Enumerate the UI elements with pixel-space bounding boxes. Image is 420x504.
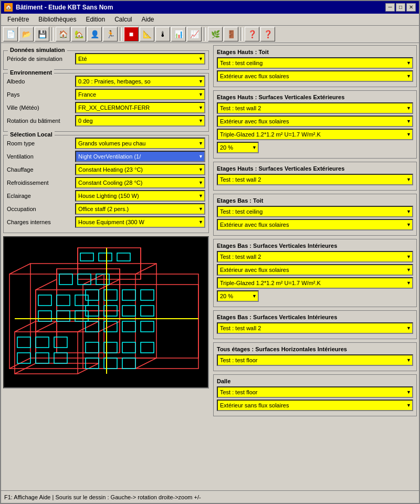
etages-bas-svi2-section: Etages Bas : Surfaces Verticales Intérie… (213, 310, 417, 339)
occupation-row: Occupation Office staff (2 pers.) (7, 203, 205, 215)
hsve1-row-3: Triple-Glazed 1.2*1.2 m² U=1.7 W/m².K (217, 129, 413, 140)
hsve1-value-1: Test : test wall 2 (220, 105, 261, 111)
pays-row: Pays France (7, 89, 205, 100)
ville-row: Ville (Météo) FR_XX_CLERMONT-FERR (7, 102, 205, 113)
tool-help2[interactable]: ❓ (260, 27, 275, 41)
chauffage-dropdown[interactable]: Constant Heating (23 °C) (75, 164, 205, 175)
tool-graph[interactable]: 📈 (187, 27, 202, 41)
menu-edition[interactable]: Edition (81, 15, 109, 24)
eclairage-row: Eclairage House Lighting (150 W) (7, 190, 205, 202)
refroidissement-label: Refroidissement (7, 180, 75, 186)
3d-view[interactable] (3, 236, 209, 388)
tool-building2[interactable]: 🏡 (71, 27, 86, 41)
hsve1-dropdown-1[interactable]: Test : test wall 2 (217, 102, 413, 114)
pays-dropdown[interactable]: France (75, 89, 205, 100)
bsvi2-value-1: Test : test wall 2 (220, 325, 261, 331)
toolbar-separator-1 (51, 27, 54, 41)
bsvi1-value-4: 20 % (220, 293, 233, 299)
bsvi1-dropdown-2[interactable]: Extérieur avec flux solaires (217, 264, 413, 276)
room-type-dropdown[interactable]: Grands volumes peu chau (75, 138, 205, 149)
hsve1-dropdown-3[interactable]: Triple-Glazed 1.2*1.2 m² U=1.7 W/m².K (217, 129, 413, 140)
dalle-dropdown-1[interactable]: Test : test floor (217, 386, 413, 398)
tool-building1[interactable]: 🏠 (56, 27, 70, 41)
refroidissement-dropdown[interactable]: Constant Cooling (28 °C) (75, 177, 205, 188)
etages-hauts-sve2-title: Etages Hauts : Surfaces Verticales Extér… (217, 165, 413, 172)
tool-shape[interactable]: 📐 (140, 27, 154, 41)
menu-bibliotheques[interactable]: Bibliothèques (34, 15, 80, 24)
ventilation-dropdown[interactable]: Night OverVentilation (1/ (75, 151, 205, 162)
eclairage-dropdown[interactable]: House Lighting (150 W) (75, 190, 205, 202)
toolbar-separator-4 (240, 27, 243, 41)
app-icon: 🏠 (4, 3, 13, 12)
periode-value: Eté (78, 56, 87, 62)
eclairage-value: House Lighting (150 W) (78, 193, 139, 199)
tool-temp[interactable]: 🌡 (155, 27, 170, 41)
menu-aide[interactable]: Aide (137, 15, 158, 24)
tool-red[interactable]: ■ (124, 27, 139, 41)
bsvi2-dropdown-1[interactable]: Test : test wall 2 (217, 322, 413, 334)
bsvi1-dropdown-3[interactable]: Triple-Glazed 1.2*1.2 m² U=1.7 W/m².K (217, 277, 413, 289)
etages-hauts-sve1-title: Etages Hauts : Surfaces Verticales Extér… (217, 94, 413, 100)
bsvi1-row-4: 20 % (217, 290, 413, 302)
periode-dropdown[interactable]: Eté (75, 53, 205, 65)
pays-label: Pays (7, 91, 75, 98)
minimize-button[interactable]: ─ (385, 3, 395, 12)
donnees-simulation-label: Données simulation (8, 47, 67, 53)
dalle-row-1: Test : test floor (217, 386, 413, 398)
tool-open[interactable]: 📂 (19, 27, 34, 41)
maximize-button[interactable]: □ (396, 3, 405, 12)
ville-label: Ville (Météo) (7, 104, 75, 111)
occupation-dropdown[interactable]: Office staff (2 pers.) (75, 203, 205, 215)
hsve2-value-1: Test : test wall 2 (220, 176, 261, 183)
rotation-dropdown[interactable]: 0 deg (75, 115, 205, 127)
rotation-label: Rotation du bâtiment (7, 118, 75, 124)
ville-dropdown[interactable]: FR_XX_CLERMONT-FERR (75, 102, 205, 113)
albedo-dropdown[interactable]: 0.20 : Prairies, herbages, so (75, 76, 205, 87)
menu-calcul[interactable]: Calcul (110, 15, 136, 24)
ventilation-value: Night OverVentilation (1/ (78, 153, 141, 160)
hsve1-dropdown-2[interactable]: Extérieur avec flux solaires (217, 116, 413, 127)
etages-bas-svi1-section: Etages Bas : Surfaces Verticales Intérie… (213, 239, 417, 307)
etages-bas-toit-section: Etages Bas : Toit Test : test ceiling Ex… (213, 194, 417, 236)
chauffage-row: Chauffage Constant Heating (23 °C) (7, 164, 205, 175)
etages-bas-svi1-title: Etages Bas : Surfaces Verticales Intérie… (217, 243, 413, 249)
hsve1-value-4: 20 % (220, 144, 233, 151)
tous-etages-shi-section: Tous étages : Surfaces Horizontales Inté… (213, 342, 417, 371)
teshi-dropdown-1[interactable]: Test : test floor (217, 354, 413, 366)
bsvi1-row-3: Triple-Glazed 1.2*1.2 m² U=1.7 W/m².K (217, 277, 413, 289)
tool-person[interactable]: 👤 (87, 27, 102, 41)
hsve1-value-3: Triple-Glazed 1.2*1.2 m² U=1.7 W/m².K (220, 131, 321, 138)
close-button[interactable]: ✕ (406, 3, 416, 12)
tool-run[interactable]: 🏃 (103, 27, 118, 41)
occupation-value: Office staff (2 pers.) (78, 206, 129, 212)
ebt-dropdown-2[interactable]: Extérieur avec flux solaires (217, 219, 413, 230)
ebt-dropdown-1[interactable]: Test : test ceiling (217, 206, 413, 217)
selection-local-section: Sélection Local Room type Grands volumes… (3, 135, 209, 233)
status-bar: F1: Affichage Aide | Souris sur le dessi… (1, 490, 419, 503)
selection-local-label: Sélection Local (8, 131, 55, 138)
hsve1-dropdown-4[interactable]: 20 % (217, 142, 259, 153)
main-content: Données simulation Période de simulation… (1, 43, 419, 490)
eht-dropdown-1[interactable]: Test : test ceiling (217, 57, 413, 69)
bsvi1-dropdown-4[interactable]: 20 % (217, 290, 259, 302)
tool-save[interactable]: 💾 (35, 27, 49, 41)
etages-hauts-sve2-section: Etages Hauts : Surfaces Verticales Extér… (213, 162, 417, 191)
charges-dropdown[interactable]: House Equipment (300 W (75, 216, 205, 228)
ventilation-label: Ventilation (7, 153, 75, 160)
bsvi1-dropdown-1[interactable]: Test : test wall 2 (217, 251, 413, 262)
tool-chart[interactable]: 📊 (171, 27, 186, 41)
menu-fenetre[interactable]: Fenêtre (3, 15, 33, 24)
etages-hauts-toit-section: Etages Hauts : Toit Test : test ceiling … (213, 45, 417, 87)
periode-label: Période de simulation (7, 56, 75, 62)
hsve2-dropdown-1[interactable]: Test : test wall 2 (217, 174, 413, 185)
dalle-value-2: Extérieur sans flux solaires (220, 402, 289, 408)
dalle-dropdown-2[interactable]: Extérieur sans flux solaires (217, 400, 413, 411)
tool-tree[interactable]: 🌿 (208, 27, 223, 41)
ventilation-row: Ventilation Night OverVentilation (1/ (7, 151, 205, 162)
bsvi1-row-1: Test : test wall 2 (217, 251, 413, 262)
tool-help1[interactable]: ❓ (245, 27, 259, 41)
eht-dropdown-2[interactable]: Extérieur avec flux solaires (217, 70, 413, 82)
tool-new[interactable]: 📄 (3, 27, 18, 41)
left-panel: Données simulation Période de simulation… (1, 43, 211, 490)
tool-exit[interactable]: 🚪 (224, 27, 238, 41)
